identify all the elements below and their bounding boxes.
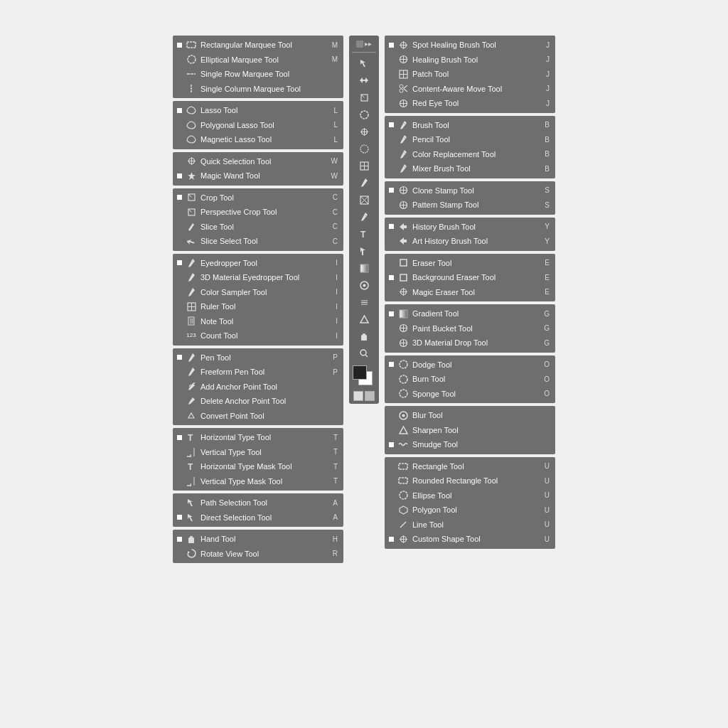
tool-shortcut: E (539, 287, 550, 297)
tool-label: Horizontal Type Tool (200, 432, 328, 444)
stamp-icon[interactable] (354, 192, 374, 208)
type-icon[interactable]: T (354, 226, 374, 242)
tool-item[interactable]: Single Column Marquee Tool (173, 82, 343, 97)
svg-line-61 (365, 355, 368, 357)
tool-item[interactable]: Dodge ToolO (385, 358, 555, 373)
tool-item[interactable]: Perspective Crop ToolC (173, 205, 343, 220)
path-icon[interactable] (354, 243, 374, 259)
tool-item[interactable]: Rotate View ToolR (173, 547, 343, 562)
marquee-tool-icon[interactable] (354, 107, 374, 122)
tool-item[interactable]: Eyedropper ToolI (173, 256, 343, 271)
sharpen-icon[interactable] (354, 311, 374, 327)
tool-item[interactable]: Red Eye ToolJ (385, 96, 555, 111)
tool-item[interactable]: 123Count ToolI (173, 328, 343, 343)
move-tool-icon[interactable] (354, 55, 374, 71)
tool-item[interactable]: Magic Eraser ToolE (385, 285, 555, 300)
wand-tool-icon[interactable] (354, 124, 374, 139)
bullet-indicator (177, 195, 182, 200)
tool-item[interactable]: Rectangle ToolU (385, 459, 555, 474)
tool-item[interactable]: Custom Shape ToolU (385, 532, 555, 547)
tool-item[interactable]: Rectangular Marquee ToolM (173, 38, 343, 53)
hand-icon[interactable] (354, 328, 374, 344)
tool-item[interactable]: Spot Healing Brush ToolJ (385, 38, 555, 53)
tool-item[interactable]: Gradient ToolG (385, 306, 555, 321)
tool-item[interactable]: Eraser ToolE (385, 256, 555, 271)
tool-item[interactable]: THorizontal Type Mask ToolT (173, 459, 343, 474)
foreground-swatch[interactable] (353, 365, 367, 380)
tool-item[interactable]: Hand ToolH (173, 532, 343, 547)
tool-item[interactable]: Ruler ToolI (173, 299, 343, 314)
tool-item[interactable]: Sharpen Tool (385, 423, 555, 438)
tool-item[interactable]: Polygon ToolU (385, 503, 555, 518)
tool-item[interactable]: Color Replacement ToolB (385, 147, 555, 162)
tool-icon (397, 534, 410, 544)
tool-item[interactable]: 3D Material Drop ToolG (385, 336, 555, 350)
tool-item[interactable]: Line ToolU (385, 518, 555, 532)
tool-item[interactable]: Pen ToolP (173, 350, 343, 365)
brush-icon[interactable] (354, 209, 374, 225)
tool-item[interactable]: Lasso ToolL (173, 103, 343, 118)
tool-item[interactable]: Color Sampler ToolI (173, 285, 343, 300)
tool-item[interactable]: Magnetic Lasso ToolL (173, 132, 343, 147)
erase-icon[interactable] (354, 294, 374, 310)
pen-tool-icon[interactable] (354, 175, 374, 191)
tool-item[interactable]: Content-Aware Move ToolJ (385, 82, 555, 97)
tool-item[interactable]: Healing Brush ToolJ (385, 53, 555, 68)
tool-item[interactable]: 3D Material Eyedropper ToolI (173, 270, 343, 285)
tool-item[interactable]: Note ToolI (173, 314, 343, 329)
tool-item[interactable]: Convert Point Tool (173, 409, 343, 424)
tool-item[interactable]: Add Anchor Point Tool (173, 380, 343, 395)
tool-label: Background Eraser Tool (412, 272, 539, 284)
tool-item[interactable]: Brush ToolB (385, 118, 555, 133)
tool-item[interactable]: Paint Bucket ToolG (385, 321, 555, 336)
tool-item[interactable]: Polygonal Lasso ToolL (173, 118, 343, 133)
gradient-icon[interactable] (354, 260, 374, 276)
lasso-tool-icon[interactable] (354, 141, 374, 156)
tool-item[interactable]: Mixer Brush ToolB (385, 161, 555, 176)
tool-item[interactable]: Sponge ToolO (385, 387, 555, 402)
tool-item[interactable]: Elliptical Marquee ToolM (173, 53, 343, 68)
tool-item[interactable]: Ellipse ToolU (385, 488, 555, 503)
tool-item[interactable]: Delete Anchor Point Tool (173, 394, 343, 409)
tool-item[interactable]: Smudge Tool (385, 437, 555, 452)
tool-item[interactable]: Pattern Stamp ToolS (385, 198, 555, 213)
tool-shortcut: S (539, 185, 550, 196)
tool-item[interactable]: Path Selection ToolA (173, 496, 343, 510)
tool-item[interactable]: Pencil ToolB (385, 132, 555, 147)
tool-item[interactable]: Burn ToolO (385, 372, 555, 387)
tool-item[interactable]: TVertical Type ToolT (173, 445, 343, 460)
tool-item[interactable]: Slice ToolC (173, 220, 343, 235)
tool-item[interactable]: Slice Select ToolC (173, 234, 343, 249)
blur-icon[interactable] (354, 277, 374, 293)
tool-item[interactable]: Quick Selection ToolW (173, 154, 343, 169)
zoom-icon[interactable] (354, 346, 374, 361)
tool-shortcut: U (539, 519, 550, 530)
screen-mode-2[interactable] (365, 391, 375, 401)
tool-item[interactable]: Direct Selection ToolA (173, 510, 343, 525)
tool-icon (397, 360, 410, 370)
toolbar-arrows[interactable]: ▸▸ (365, 40, 372, 48)
tool-item[interactable]: Clone Stamp ToolS (385, 183, 555, 198)
screen-mode-1[interactable] (353, 391, 363, 401)
tool-item[interactable]: Magic Wand ToolW (173, 168, 343, 183)
tool-item[interactable]: Background Eraser ToolE (385, 270, 555, 285)
left-column: Rectangular Marquee ToolMElliptical Marq… (173, 36, 343, 563)
tool-icon (185, 301, 198, 311)
tool-item[interactable]: TVertical Type Mask ToolT (173, 474, 343, 489)
tool-group-marquee: Rectangular Marquee ToolMElliptical Marq… (173, 36, 343, 98)
tool-item[interactable]: Blur Tool (385, 408, 555, 423)
crop-tool-icon[interactable] (354, 90, 374, 105)
tool-icon (397, 287, 410, 297)
tool-item[interactable]: Crop ToolC (173, 191, 343, 205)
eyedropper-tool-icon[interactable] (354, 158, 374, 173)
tool-item[interactable]: Art History Brush ToolY (385, 234, 555, 249)
tool-item[interactable]: Freeform Pen ToolP (173, 365, 343, 380)
tool-shortcut: B (539, 164, 550, 174)
tool-item[interactable]: Rounded Rectangle ToolU (385, 473, 555, 488)
tool-item[interactable]: Single Row Marquee Tool (173, 67, 343, 82)
tool-item[interactable]: THorizontal Type ToolT (173, 430, 343, 445)
selection-tool-icon[interactable] (354, 73, 374, 88)
tool-item[interactable]: History Brush ToolY (385, 220, 555, 235)
tool-item[interactable]: Patch ToolJ (385, 67, 555, 82)
bullet-indicator (389, 43, 394, 48)
